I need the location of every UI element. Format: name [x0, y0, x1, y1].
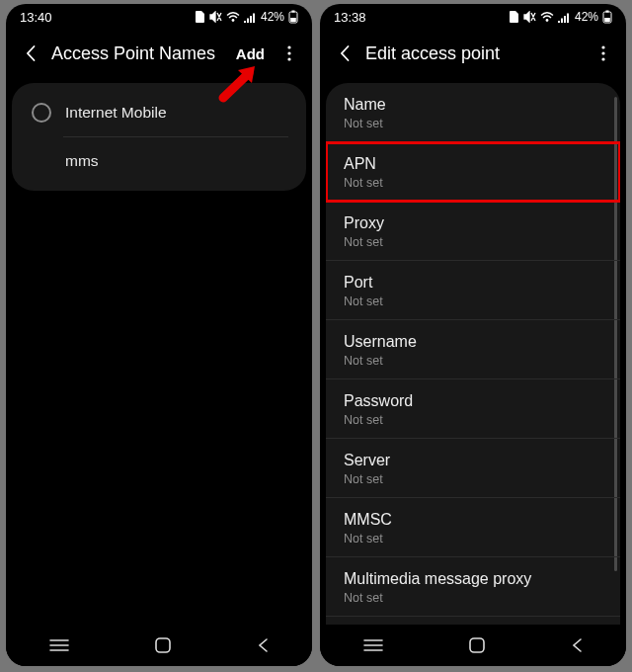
more-vert-icon: [281, 44, 297, 62]
sim-icon: [509, 11, 519, 23]
svg-rect-10: [606, 11, 609, 13]
nav-back-icon: [570, 637, 584, 653]
setting-row-apn[interactable]: APNNot set: [326, 142, 620, 202]
svg-rect-7: [156, 638, 170, 652]
signal-icon: [558, 12, 571, 23]
setting-value: Not set: [344, 117, 602, 130]
status-bar: 13:40 42%: [6, 4, 312, 30]
sim-icon: [195, 11, 205, 23]
svg-point-4: [287, 45, 290, 48]
recent-icon: [48, 638, 70, 652]
battery-percent: 42%: [575, 10, 598, 24]
svg-point-13: [601, 51, 604, 54]
recent-icon: [362, 638, 384, 652]
status-bar: 13:38 42%: [320, 4, 626, 30]
phone-right: 13:38 42% Edit access point NameNot setA…: [320, 4, 626, 666]
setting-row-proxy[interactable]: ProxyNot set: [326, 202, 620, 261]
signal-icon: [244, 12, 257, 23]
svg-point-12: [601, 45, 604, 48]
setting-value: Not set: [344, 591, 602, 605]
setting-title: Proxy: [344, 213, 602, 233]
app-header: Edit access point: [320, 30, 626, 77]
setting-row-server[interactable]: ServerNot set: [326, 439, 620, 498]
nav-back-button[interactable]: [256, 637, 270, 653]
nav-back-button[interactable]: [570, 637, 584, 653]
status-time: 13:38: [334, 10, 366, 25]
setting-title: Multimedia message proxy: [344, 569, 602, 589]
more-button[interactable]: [275, 36, 304, 71]
svg-rect-15: [470, 638, 484, 652]
nav-recent-button[interactable]: [48, 638, 70, 652]
setting-row-port[interactable]: PortNot set: [326, 261, 620, 320]
svg-point-6: [287, 57, 290, 60]
battery-icon: [602, 10, 612, 24]
svg-point-5: [287, 51, 290, 54]
setting-title: APN: [344, 154, 602, 174]
home-icon: [468, 636, 486, 654]
phone-left: 13:40 42% Access Point Names Add Interne…: [6, 4, 312, 666]
setting-value: Not set: [344, 472, 602, 486]
setting-title: MMSC: [344, 510, 602, 530]
setting-title: Port: [344, 273, 602, 293]
setting-title: Username: [344, 332, 602, 352]
add-button[interactable]: Add: [226, 45, 275, 62]
chevron-left-icon: [22, 43, 41, 63]
setting-value: Not set: [344, 413, 602, 427]
setting-title: Password: [344, 391, 602, 411]
back-button[interactable]: [14, 36, 49, 71]
battery-icon: [288, 10, 298, 24]
status-time: 13:40: [20, 10, 52, 25]
nav-back-icon: [256, 637, 270, 653]
apn-item[interactable]: Internet Mobile: [12, 89, 306, 136]
setting-row-password[interactable]: PasswordNot set: [326, 379, 620, 439]
app-header: Access Point Names Add: [6, 30, 312, 77]
setting-value: Not set: [344, 354, 602, 368]
setting-row-multimedia-message-proxy[interactable]: Multimedia message proxyNot set: [326, 557, 620, 617]
back-button[interactable]: [328, 36, 363, 71]
apn-label: Internet Mobile: [65, 104, 167, 122]
nav-home-button[interactable]: [154, 636, 172, 654]
chevron-left-icon: [336, 43, 356, 63]
setting-title: Server: [344, 451, 602, 470]
home-icon: [154, 636, 172, 654]
wifi-icon: [226, 12, 240, 23]
mute-icon: [523, 11, 536, 23]
setting-row-name[interactable]: NameNot set: [326, 83, 620, 142]
more-button[interactable]: [589, 36, 618, 71]
setting-value: Not set: [344, 532, 602, 546]
setting-value: Not set: [344, 235, 602, 249]
edit-settings-card: NameNot setAPNNot setProxyNot setPortNot…: [326, 83, 620, 625]
battery-percent: 42%: [261, 10, 284, 24]
setting-title: Name: [344, 95, 602, 115]
svg-rect-2: [292, 11, 295, 13]
content-area: Internet Mobile mms: [6, 77, 312, 625]
svg-rect-3: [290, 18, 296, 22]
svg-point-14: [601, 57, 604, 60]
svg-point-0: [232, 19, 235, 22]
apn-list-card: Internet Mobile mms: [12, 83, 306, 191]
page-title: Edit access point: [363, 43, 589, 64]
mute-icon: [209, 11, 222, 23]
status-icons: 42%: [195, 10, 298, 24]
nav-home-button[interactable]: [468, 636, 486, 654]
setting-row-multimedia-message-port[interactable]: Multimedia message portNot set: [326, 617, 620, 625]
svg-rect-11: [604, 18, 610, 22]
radio-unselected-icon[interactable]: [32, 103, 51, 123]
more-vert-icon: [595, 44, 611, 62]
status-icons: 42%: [509, 10, 612, 24]
page-title: Access Point Names: [49, 43, 226, 64]
nav-recent-button[interactable]: [362, 638, 384, 652]
nav-bar: [6, 625, 312, 666]
apn-item[interactable]: mms: [12, 137, 306, 185]
nav-bar: [320, 625, 626, 666]
setting-row-mmsc[interactable]: MMSCNot set: [326, 498, 620, 557]
wifi-icon: [540, 12, 554, 23]
setting-value: Not set: [344, 294, 602, 308]
apn-label: mms: [65, 152, 99, 170]
svg-point-8: [546, 19, 549, 22]
content-area: NameNot setAPNNot setProxyNot setPortNot…: [320, 77, 626, 625]
setting-row-username[interactable]: UsernameNot set: [326, 320, 620, 379]
setting-value: Not set: [344, 176, 602, 190]
